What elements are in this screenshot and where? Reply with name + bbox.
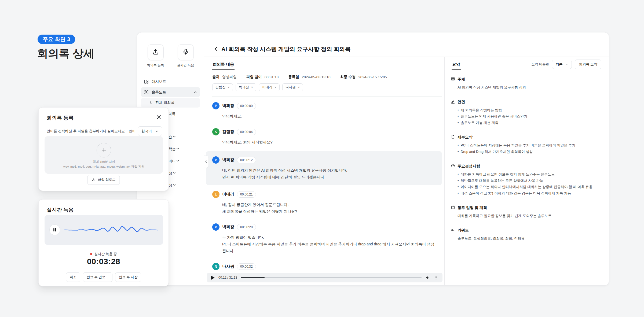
summary-section: 키워드 솔루노트, 음성회의록, 회의록, 회의, 인터뷰: [451, 228, 608, 242]
recording-action-button[interactable]: 완료 후 저장: [115, 272, 141, 282]
summarize-button[interactable]: 회의록 요약: [575, 60, 601, 69]
tag-remove-icon[interactable]: ×: [298, 86, 300, 89]
summary-section-title: 주요결정사항: [458, 164, 480, 169]
max-length-hint: 최대 150분 길이: [45, 160, 163, 164]
solunote-icon: [144, 90, 149, 95]
quick-action-button[interactable]: [148, 44, 164, 60]
sidebar-item-solunote[interactable]: 솔루노트: [141, 87, 200, 97]
timestamp-chip[interactable]: 00:00:04: [237, 129, 256, 135]
participant-tag[interactable]: 나사원 ×: [282, 83, 303, 91]
back-button[interactable]: [213, 45, 220, 52]
transcript-entry[interactable]: P 박과장 00:00:28 두 가지 방법이 있습니다.PC나 스마트폰에 저…: [206, 220, 442, 257]
play-icon[interactable]: [211, 276, 215, 280]
transcript-entry[interactable]: P 박과장 00:00:12 네, 이번 회의의 안건은 AI 회의록 작성 시…: [206, 151, 442, 185]
sidebar-collapsed-label: 학습: [169, 147, 176, 152]
more-options-icon[interactable]: [434, 275, 438, 280]
tag-remove-icon[interactable]: ×: [275, 86, 277, 89]
meta-value: 2024-06-15 15:05: [358, 75, 387, 79]
sidebar-item-label: 솔루노트: [152, 90, 166, 95]
summary-section-body: • PC나 스마트폰에 저장해둔 녹음 파일을 추가 버튼을 클릭하여 파일을 …: [458, 142, 608, 155]
participant-tag-label: 김팀장: [215, 85, 226, 90]
utterance-text: 안녕하세요.: [222, 113, 436, 120]
recording-actions: 취소완료 후 업로드완료 후 저장: [39, 272, 169, 282]
close-icon[interactable]: [156, 115, 162, 120]
header-divider: [204, 57, 609, 57]
transcript-entry[interactable]: L 이대리 00:00:21 네, 잠시 궁금한게 있어서 질문드립니다.새 회…: [206, 187, 442, 218]
transcript-entry-head: P 박과장 00:00:00: [212, 102, 436, 109]
summary-controls: 요약 템플릿 기본 회의록 요약: [531, 60, 601, 69]
timestamp-chip[interactable]: 00:00:28: [237, 224, 256, 230]
transcript-entry[interactable]: P 박과장 00:00:00 안녕하세요.: [206, 99, 442, 123]
summary-bullet: • 대화를 기록하고 필요한 정보를 찾기 쉽게 도와주는 솔루노트: [458, 171, 608, 178]
page-title: 회의록 상세: [37, 46, 94, 61]
summary-section-title: 키워드: [458, 228, 469, 233]
player-time: 00:12 / 31:13: [218, 276, 237, 279]
summary-template-select[interactable]: 기본: [552, 60, 572, 69]
participant-tags: 김팀장 ×박과장 ×이대리 ×나사원 ×: [212, 83, 303, 91]
chevron-down-icon: [176, 159, 180, 164]
recording-dot-icon: [90, 253, 92, 255]
meta-value: 2024-05-08 13:10: [302, 75, 331, 79]
timestamp-chip[interactable]: 00:00:00: [237, 103, 256, 109]
summary-bullet: • 솔루노트 기능 개선 계획: [458, 120, 608, 126]
tag-remove-icon[interactable]: ×: [251, 86, 253, 89]
summary-section: 주요결정사항 • 대화를 기록하고 필요한 정보를 찾기 쉽게 도와주는 솔루노…: [451, 164, 608, 196]
language-select[interactable]: 한국어: [138, 126, 162, 136]
participant-tag[interactable]: 박과장 ×: [236, 83, 256, 91]
meta-item: 파일 길이 00:31:13: [246, 75, 279, 79]
language-label: 언어: [129, 129, 136, 134]
tabbar-divider: [204, 70, 609, 70]
sidebar-collapse-handle[interactable]: [204, 156, 209, 168]
recording-panel: 실시간 녹음 실시간 녹음 중 00:03:28 취소완료 후 업로드완료 후 …: [38, 199, 169, 286]
dashboard-icon: [144, 79, 149, 84]
summary-template-label: 요약 템플릿: [531, 62, 549, 67]
summary-section-head: 주제: [451, 77, 608, 82]
recording-timer: 00:03:28: [39, 257, 169, 266]
tag-remove-icon[interactable]: ×: [228, 86, 230, 89]
chevron-down-icon: [565, 63, 568, 66]
summary-bullet: • 새 회의록을 작성하는 방법: [458, 107, 608, 113]
sidebar-collapsed-label: 습: [169, 135, 172, 139]
sidebar-quick-actions: 회의록 등록 실시간 녹음: [137, 44, 204, 68]
transcript-entry-head: K 김팀장 00:00:04: [212, 128, 436, 135]
plus-icon: [101, 148, 106, 153]
utterance-text: 안녕하세요. 회의 시작할까요?: [222, 139, 436, 146]
sidebar-item-label: 대시보드: [152, 79, 166, 84]
file-dropzone[interactable]: 최대 150분 길이 wav, mp3, mp4, ogg, m4a, aac,…: [45, 136, 163, 174]
upload-modal-title: 회의록 등록: [47, 115, 74, 121]
participant-tag[interactable]: 이대리 ×: [259, 83, 280, 91]
timestamp-chip[interactable]: 00:00:21: [237, 191, 256, 198]
upload-modal-desc-row: 언어를 선택하신 후 파일을 첨부하거나 끌어오세요. 언어 한국어: [47, 126, 162, 136]
recording-action-button[interactable]: 취소: [66, 272, 80, 282]
meeting-title: AI 회의록 작성 시스템 개발의 요구사항 정의 회의록: [221, 45, 351, 53]
pencil-icon: [451, 99, 455, 105]
quick-action-button[interactable]: [178, 44, 194, 60]
transcript-entry[interactable]: N 나사원 00:00:32 안녕하세요. 솔루노트는 언제 사용하면 좋은 서…: [206, 260, 442, 272]
summary-text: AI 회의록 작성 시스템 개발의 요구사항 정의: [458, 84, 608, 91]
timestamp-chip[interactable]: 00:00:12: [237, 157, 256, 163]
sidebar-subitem-all-minutes[interactable]: 전체 회의록: [141, 98, 200, 108]
tab-minutes-content[interactable]: 회의록 내용: [212, 60, 235, 70]
upload-icon: [152, 48, 159, 56]
chevron-left-icon: [205, 160, 207, 163]
tab-summary[interactable]: 요약: [452, 60, 461, 70]
pause-button[interactable]: [49, 224, 60, 235]
file-upload-button[interactable]: 파일 업로드: [87, 175, 120, 185]
volume-icon[interactable]: [425, 275, 430, 280]
add-file-button[interactable]: [97, 143, 111, 157]
speaker-avatar: P: [212, 156, 219, 164]
summary-section-body: 대화를 기록하고 필요한 정보를 찾기 쉽게 도와주는 솔루노트: [458, 213, 608, 219]
pause-icon: [53, 228, 57, 232]
sidebar-item-dashboard[interactable]: 대시보드: [141, 77, 200, 87]
calendar-icon: [451, 205, 455, 210]
participant-tag[interactable]: 김팀장 ×: [212, 83, 233, 91]
chevron-down-icon: [155, 130, 159, 133]
chevron-down-icon: [172, 171, 176, 176]
timestamp-chip[interactable]: 00:00:32: [237, 263, 256, 270]
progress-bar[interactable]: [241, 277, 422, 278]
meta-divider: [212, 96, 442, 97]
recording-action-button[interactable]: 완료 후 업로드: [83, 272, 112, 282]
transcript-entry[interactable]: K 김팀장 00:00:04 안녕하세요. 회의 시작할까요?: [206, 125, 442, 149]
chevron-down-icon: [172, 183, 176, 188]
quick-action-label: 실시간 녹음: [177, 63, 194, 68]
